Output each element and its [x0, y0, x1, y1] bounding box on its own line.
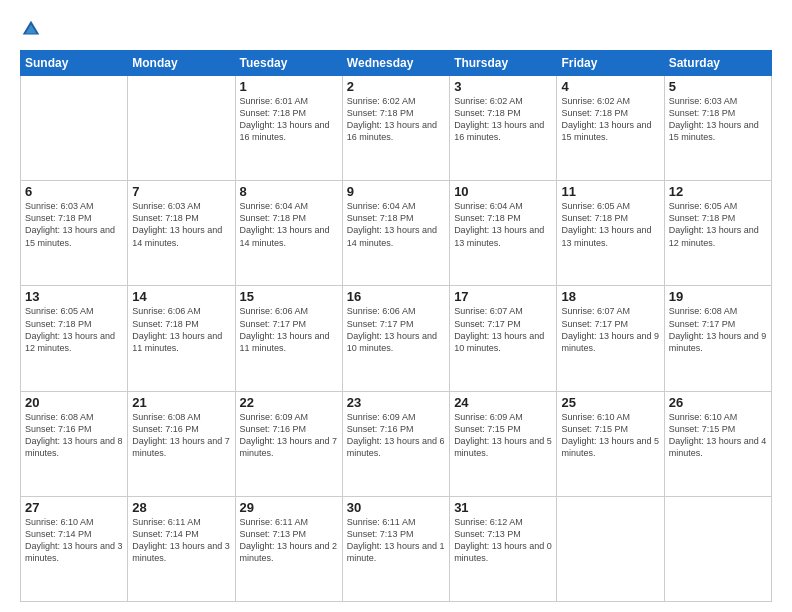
day-info: Sunrise: 6:06 AM Sunset: 7:17 PM Dayligh…: [240, 305, 338, 354]
logo-icon: [20, 18, 42, 40]
calendar-day-cell: 23Sunrise: 6:09 AM Sunset: 7:16 PM Dayli…: [342, 391, 449, 496]
calendar-day-cell: 15Sunrise: 6:06 AM Sunset: 7:17 PM Dayli…: [235, 286, 342, 391]
calendar-day-cell: [21, 76, 128, 181]
calendar-day-cell: 10Sunrise: 6:04 AM Sunset: 7:18 PM Dayli…: [450, 181, 557, 286]
calendar-day-cell: [128, 76, 235, 181]
day-number: 19: [669, 289, 767, 304]
day-number: 15: [240, 289, 338, 304]
weekday-header-friday: Friday: [557, 51, 664, 76]
day-number: 2: [347, 79, 445, 94]
day-number: 12: [669, 184, 767, 199]
day-info: Sunrise: 6:03 AM Sunset: 7:18 PM Dayligh…: [669, 95, 767, 144]
calendar-day-cell: 28Sunrise: 6:11 AM Sunset: 7:14 PM Dayli…: [128, 496, 235, 601]
calendar-day-cell: 9Sunrise: 6:04 AM Sunset: 7:18 PM Daylig…: [342, 181, 449, 286]
day-number: 1: [240, 79, 338, 94]
day-number: 28: [132, 500, 230, 515]
day-number: 21: [132, 395, 230, 410]
day-info: Sunrise: 6:09 AM Sunset: 7:16 PM Dayligh…: [347, 411, 445, 460]
calendar-day-cell: [557, 496, 664, 601]
day-info: Sunrise: 6:09 AM Sunset: 7:15 PM Dayligh…: [454, 411, 552, 460]
day-info: Sunrise: 6:10 AM Sunset: 7:15 PM Dayligh…: [669, 411, 767, 460]
day-info: Sunrise: 6:10 AM Sunset: 7:14 PM Dayligh…: [25, 516, 123, 565]
calendar-day-cell: 31Sunrise: 6:12 AM Sunset: 7:13 PM Dayli…: [450, 496, 557, 601]
day-number: 31: [454, 500, 552, 515]
calendar-day-cell: 2Sunrise: 6:02 AM Sunset: 7:18 PM Daylig…: [342, 76, 449, 181]
calendar-day-cell: 13Sunrise: 6:05 AM Sunset: 7:18 PM Dayli…: [21, 286, 128, 391]
day-info: Sunrise: 6:01 AM Sunset: 7:18 PM Dayligh…: [240, 95, 338, 144]
day-info: Sunrise: 6:06 AM Sunset: 7:18 PM Dayligh…: [132, 305, 230, 354]
day-info: Sunrise: 6:02 AM Sunset: 7:18 PM Dayligh…: [561, 95, 659, 144]
calendar-day-cell: 1Sunrise: 6:01 AM Sunset: 7:18 PM Daylig…: [235, 76, 342, 181]
day-number: 5: [669, 79, 767, 94]
day-info: Sunrise: 6:12 AM Sunset: 7:13 PM Dayligh…: [454, 516, 552, 565]
calendar-day-cell: 24Sunrise: 6:09 AM Sunset: 7:15 PM Dayli…: [450, 391, 557, 496]
day-info: Sunrise: 6:08 AM Sunset: 7:16 PM Dayligh…: [132, 411, 230, 460]
calendar-day-cell: 30Sunrise: 6:11 AM Sunset: 7:13 PM Dayli…: [342, 496, 449, 601]
day-number: 14: [132, 289, 230, 304]
day-info: Sunrise: 6:05 AM Sunset: 7:18 PM Dayligh…: [25, 305, 123, 354]
day-info: Sunrise: 6:07 AM Sunset: 7:17 PM Dayligh…: [561, 305, 659, 354]
day-number: 18: [561, 289, 659, 304]
calendar-day-cell: 18Sunrise: 6:07 AM Sunset: 7:17 PM Dayli…: [557, 286, 664, 391]
weekday-header-thursday: Thursday: [450, 51, 557, 76]
day-number: 26: [669, 395, 767, 410]
day-info: Sunrise: 6:11 AM Sunset: 7:13 PM Dayligh…: [347, 516, 445, 565]
day-number: 9: [347, 184, 445, 199]
day-info: Sunrise: 6:11 AM Sunset: 7:14 PM Dayligh…: [132, 516, 230, 565]
day-number: 23: [347, 395, 445, 410]
day-number: 3: [454, 79, 552, 94]
weekday-header-tuesday: Tuesday: [235, 51, 342, 76]
weekday-header-monday: Monday: [128, 51, 235, 76]
page: SundayMondayTuesdayWednesdayThursdayFrid…: [0, 0, 792, 612]
weekday-header-row: SundayMondayTuesdayWednesdayThursdayFrid…: [21, 51, 772, 76]
calendar-week-row: 1Sunrise: 6:01 AM Sunset: 7:18 PM Daylig…: [21, 76, 772, 181]
day-info: Sunrise: 6:04 AM Sunset: 7:18 PM Dayligh…: [454, 200, 552, 249]
day-number: 8: [240, 184, 338, 199]
day-info: Sunrise: 6:03 AM Sunset: 7:18 PM Dayligh…: [25, 200, 123, 249]
calendar-day-cell: 6Sunrise: 6:03 AM Sunset: 7:18 PM Daylig…: [21, 181, 128, 286]
weekday-header-saturday: Saturday: [664, 51, 771, 76]
day-number: 16: [347, 289, 445, 304]
day-info: Sunrise: 6:03 AM Sunset: 7:18 PM Dayligh…: [132, 200, 230, 249]
calendar-day-cell: 16Sunrise: 6:06 AM Sunset: 7:17 PM Dayli…: [342, 286, 449, 391]
day-number: 11: [561, 184, 659, 199]
day-number: 25: [561, 395, 659, 410]
calendar-day-cell: 21Sunrise: 6:08 AM Sunset: 7:16 PM Dayli…: [128, 391, 235, 496]
day-info: Sunrise: 6:11 AM Sunset: 7:13 PM Dayligh…: [240, 516, 338, 565]
calendar-day-cell: 19Sunrise: 6:08 AM Sunset: 7:17 PM Dayli…: [664, 286, 771, 391]
calendar-day-cell: 20Sunrise: 6:08 AM Sunset: 7:16 PM Dayli…: [21, 391, 128, 496]
day-number: 24: [454, 395, 552, 410]
calendar-table: SundayMondayTuesdayWednesdayThursdayFrid…: [20, 50, 772, 602]
weekday-header-wednesday: Wednesday: [342, 51, 449, 76]
day-number: 29: [240, 500, 338, 515]
day-number: 4: [561, 79, 659, 94]
day-number: 22: [240, 395, 338, 410]
day-info: Sunrise: 6:08 AM Sunset: 7:17 PM Dayligh…: [669, 305, 767, 354]
day-number: 20: [25, 395, 123, 410]
day-info: Sunrise: 6:05 AM Sunset: 7:18 PM Dayligh…: [561, 200, 659, 249]
weekday-header-sunday: Sunday: [21, 51, 128, 76]
day-info: Sunrise: 6:02 AM Sunset: 7:18 PM Dayligh…: [347, 95, 445, 144]
calendar-day-cell: 14Sunrise: 6:06 AM Sunset: 7:18 PM Dayli…: [128, 286, 235, 391]
calendar-day-cell: 29Sunrise: 6:11 AM Sunset: 7:13 PM Dayli…: [235, 496, 342, 601]
calendar-day-cell: 22Sunrise: 6:09 AM Sunset: 7:16 PM Dayli…: [235, 391, 342, 496]
calendar-day-cell: 25Sunrise: 6:10 AM Sunset: 7:15 PM Dayli…: [557, 391, 664, 496]
calendar-day-cell: 17Sunrise: 6:07 AM Sunset: 7:17 PM Dayli…: [450, 286, 557, 391]
calendar-day-cell: [664, 496, 771, 601]
day-info: Sunrise: 6:02 AM Sunset: 7:18 PM Dayligh…: [454, 95, 552, 144]
calendar-day-cell: 7Sunrise: 6:03 AM Sunset: 7:18 PM Daylig…: [128, 181, 235, 286]
logo: [20, 18, 46, 40]
day-info: Sunrise: 6:06 AM Sunset: 7:17 PM Dayligh…: [347, 305, 445, 354]
calendar-day-cell: 4Sunrise: 6:02 AM Sunset: 7:18 PM Daylig…: [557, 76, 664, 181]
day-number: 7: [132, 184, 230, 199]
calendar-day-cell: 26Sunrise: 6:10 AM Sunset: 7:15 PM Dayli…: [664, 391, 771, 496]
calendar-day-cell: 3Sunrise: 6:02 AM Sunset: 7:18 PM Daylig…: [450, 76, 557, 181]
day-number: 27: [25, 500, 123, 515]
calendar-week-row: 27Sunrise: 6:10 AM Sunset: 7:14 PM Dayli…: [21, 496, 772, 601]
calendar-day-cell: 12Sunrise: 6:05 AM Sunset: 7:18 PM Dayli…: [664, 181, 771, 286]
calendar-day-cell: 8Sunrise: 6:04 AM Sunset: 7:18 PM Daylig…: [235, 181, 342, 286]
day-info: Sunrise: 6:04 AM Sunset: 7:18 PM Dayligh…: [240, 200, 338, 249]
day-info: Sunrise: 6:07 AM Sunset: 7:17 PM Dayligh…: [454, 305, 552, 354]
calendar-week-row: 20Sunrise: 6:08 AM Sunset: 7:16 PM Dayli…: [21, 391, 772, 496]
calendar-week-row: 6Sunrise: 6:03 AM Sunset: 7:18 PM Daylig…: [21, 181, 772, 286]
